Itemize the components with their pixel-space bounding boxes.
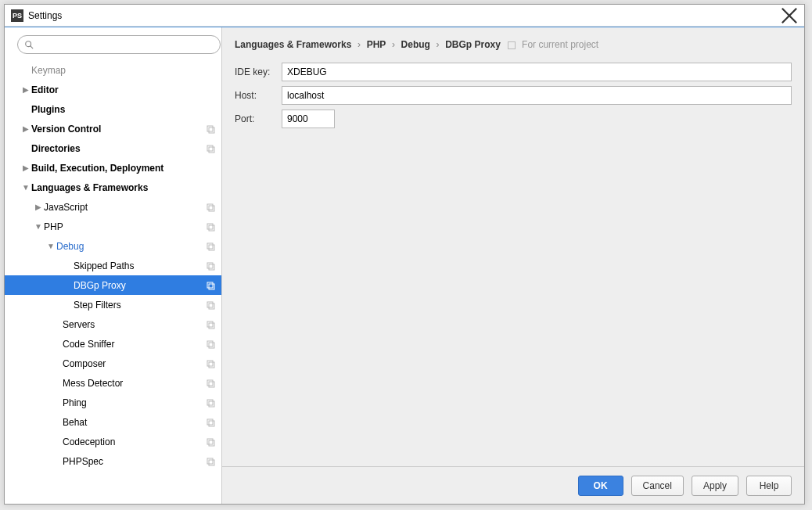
project-scope-icon [206,398,215,408]
tree-item-mess-detector[interactable]: Mess Detector [5,373,221,393]
svg-rect-5 [207,204,213,210]
project-scope-icon [206,457,215,466]
project-scope-icon [206,418,215,427]
tree-item-servers[interactable]: Servers [5,314,221,334]
tree-item-directories[interactable]: Directories [5,138,221,158]
svg-rect-4 [209,147,214,153]
breadcrumb-item: DBGp Proxy [445,39,501,50]
svg-rect-1 [207,126,213,131]
breadcrumb-item[interactable]: Languages & Frameworks [235,39,351,50]
sidebar: Keymap ▶Editor Plugins ▶Version Control … [5,27,222,504]
project-scope-icon [206,124,215,134]
cancel-button[interactable]: Cancel [631,476,684,496]
svg-rect-18 [209,323,214,329]
tree-item-languages-frameworks[interactable]: ▼Languages & Frameworks [5,178,221,197]
breadcrumb-sep: › [357,39,361,50]
collapse-icon[interactable]: ▼ [47,242,55,250]
tree-item-version-control[interactable]: ▶Version Control [5,119,221,138]
idekey-input[interactable] [282,63,792,81]
project-scope-icon [206,222,215,232]
svg-rect-30 [209,440,214,446]
project-scope-icon [206,320,215,329]
svg-rect-25 [207,400,213,405]
svg-rect-32 [209,460,214,465]
breadcrumb-sep: › [392,39,395,50]
host-input[interactable] [282,86,792,105]
tree-item-composer[interactable]: Composer [5,354,221,373]
svg-rect-26 [209,401,214,407]
help-button[interactable]: Help [746,476,792,496]
tree-item-javascript[interactable]: ▶JavaScript [5,197,221,217]
body: Keymap ▶Editor Plugins ▶Version Control … [5,27,804,504]
settings-window: PS Settings Keymap ▶Editor Plugins ▶Vers… [4,4,805,505]
expand-icon[interactable]: ▶ [22,85,30,94]
tree-item-dbgp-proxy[interactable]: DBGp Proxy [5,275,221,295]
svg-rect-21 [207,361,213,366]
window-title: Settings [28,10,781,21]
svg-rect-12 [209,264,214,270]
tree-item-build-execution-deployment[interactable]: ▶Build, Execution, Deployment [5,158,221,178]
svg-rect-24 [209,382,214,387]
svg-rect-22 [209,362,214,368]
form: IDE key: Host: Port: [222,56,804,139]
form-row-host: Host: [235,86,792,105]
breadcrumb-item[interactable]: Debug [401,39,430,50]
tree-item-editor[interactable]: ▶Editor [5,80,221,99]
svg-point-0 [26,41,31,47]
project-scope-icon [206,437,215,447]
search-row [5,27,221,59]
svg-rect-13 [207,282,213,288]
apply-button[interactable]: Apply [692,476,738,496]
tree-item-php[interactable]: ▼PHP [5,217,221,236]
search-input[interactable] [37,39,214,50]
svg-rect-23 [207,380,213,386]
port-input[interactable] [282,110,335,128]
tree-item-codeception[interactable]: Codeception [5,432,221,451]
search-icon [24,40,34,49]
svg-rect-17 [207,321,213,327]
tree-item-code-sniffer[interactable]: Code Sniffer [5,334,221,354]
breadcrumb-sep: › [437,39,440,50]
tree-item-behat[interactable]: Behat [5,412,221,432]
project-scope-icon [206,359,215,368]
project-scope-icon [508,41,516,49]
content-panel: Languages & Frameworks › PHP › Debug › D… [222,27,804,504]
search-box[interactable] [17,35,221,54]
form-row-idekey: IDE key: [235,63,792,81]
svg-rect-29 [207,439,213,444]
tree-item-plugins[interactable]: Plugins [5,99,221,119]
tree-item-phing[interactable]: Phing [5,393,221,412]
collapse-icon[interactable]: ▼ [22,183,30,192]
close-icon [781,7,798,24]
svg-rect-8 [209,225,214,231]
svg-rect-2 [209,128,214,133]
project-scope-icon [206,203,215,212]
project-scope-icon [206,379,215,388]
settings-tree[interactable]: Keymap ▶Editor Plugins ▶Version Control … [5,59,221,504]
titlebar: PS Settings [5,5,804,27]
expand-icon[interactable]: ▶ [34,203,42,211]
svg-rect-27 [207,419,213,425]
close-button[interactable] [781,7,798,24]
tree-item-keymap[interactable]: Keymap [5,60,221,80]
svg-rect-28 [209,421,214,426]
svg-rect-9 [207,243,213,249]
tree-item-step-filters[interactable]: Step Filters [5,295,221,314]
idekey-label: IDE key: [235,66,282,77]
project-scope-icon [206,281,215,290]
svg-rect-31 [207,458,213,464]
project-scope-icon [206,242,215,251]
port-label: Port: [235,113,282,124]
spacer [222,139,804,466]
project-scope-icon [206,339,215,349]
tree-item-phpspec[interactable]: PHPSpec [5,451,221,471]
breadcrumb-item[interactable]: PHP [367,39,386,50]
collapse-icon[interactable]: ▼ [34,222,42,231]
tree-item-skipped-paths[interactable]: Skipped Paths [5,256,221,275]
ok-button[interactable]: OK [578,476,623,496]
svg-rect-10 [209,245,214,250]
expand-icon[interactable]: ▶ [22,163,30,172]
expand-icon[interactable]: ▶ [22,124,30,133]
svg-rect-20 [209,343,214,348]
tree-item-debug[interactable]: ▼Debug [5,236,221,256]
